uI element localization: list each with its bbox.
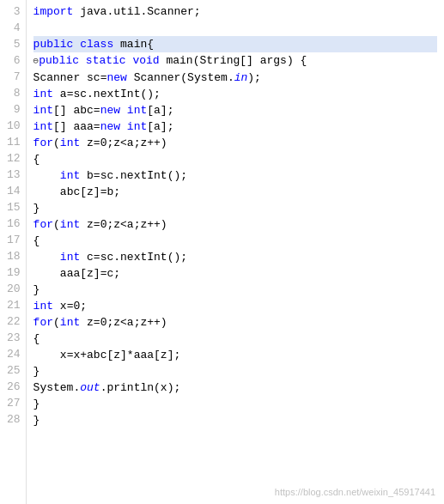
line-number: 23 bbox=[7, 330, 21, 346]
line-number: 20 bbox=[7, 281, 21, 297]
token: ; bbox=[194, 3, 201, 20]
token: void bbox=[132, 52, 166, 69]
token: ( bbox=[53, 135, 60, 151]
line-number: 10 bbox=[7, 118, 21, 134]
code-line: } bbox=[33, 396, 437, 412]
token: b=sc.nextInt(); bbox=[87, 167, 187, 184]
token: ⊖ bbox=[33, 53, 40, 70]
code-line: import java.util.Scanner; bbox=[33, 3, 437, 20]
code-lines: import java.util.Scanner; public class m… bbox=[27, 0, 444, 504]
token: abc[z]=b; bbox=[60, 184, 120, 200]
code-line: int c=sc.nextInt(); bbox=[33, 249, 437, 265]
token: abc= bbox=[73, 102, 100, 118]
code-line: public class main{ bbox=[33, 36, 437, 52]
line-number: 18 bbox=[7, 248, 21, 264]
token: z=0;z<a;z++) bbox=[87, 216, 167, 233]
line-number: 4 bbox=[7, 20, 21, 36]
line-number: 8 bbox=[7, 85, 21, 101]
token: main bbox=[120, 36, 147, 52]
line-number: 11 bbox=[7, 134, 21, 150]
token: z=0;z<a;z++) bbox=[87, 314, 167, 331]
code-line: { bbox=[33, 233, 437, 249]
token: static bbox=[86, 52, 133, 69]
token: class bbox=[80, 36, 120, 52]
token: int bbox=[33, 298, 60, 314]
token: [] bbox=[53, 102, 73, 118]
token: { bbox=[147, 36, 154, 52]
token: for bbox=[33, 314, 53, 331]
token: x=0; bbox=[60, 298, 87, 314]
token: = bbox=[100, 70, 107, 86]
code-line: } bbox=[33, 363, 437, 380]
line-number: 14 bbox=[7, 183, 21, 199]
line-number: 12 bbox=[7, 150, 21, 167]
token: import bbox=[33, 3, 81, 20]
token: int bbox=[60, 167, 87, 184]
token bbox=[33, 184, 60, 200]
token: Scanner bbox=[33, 70, 87, 86]
token: [a]; bbox=[147, 102, 173, 118]
token: a=sc.nextInt(); bbox=[60, 86, 161, 102]
watermark: https://blog.csdn.net/weixin_45917441 bbox=[275, 487, 435, 497]
code-area: 3456789101112131415161718192021222324252… bbox=[0, 0, 444, 504]
code-line: Scanner sc=new Scanner(System.in); bbox=[33, 70, 437, 86]
token: java.util.Scanner bbox=[80, 3, 194, 20]
token: sc bbox=[87, 70, 100, 86]
code-line: } bbox=[33, 282, 437, 298]
line-number: 17 bbox=[7, 232, 21, 248]
code-line: int b=sc.nextInt(); bbox=[33, 167, 437, 184]
code-line: System.out.println(x); bbox=[33, 380, 437, 396]
token: aaa[z]=c; bbox=[60, 265, 120, 282]
line-number: 13 bbox=[7, 167, 21, 183]
token: .println(x); bbox=[100, 380, 181, 396]
token bbox=[33, 347, 60, 363]
token: int bbox=[33, 118, 53, 135]
token: int bbox=[127, 118, 147, 135]
token: } bbox=[33, 282, 40, 298]
code-line: { bbox=[33, 151, 437, 167]
token: ); bbox=[247, 70, 261, 86]
token: c=sc.nextInt(); bbox=[87, 249, 187, 265]
line-number: 24 bbox=[7, 346, 21, 362]
token: new bbox=[100, 118, 127, 135]
line-number: 15 bbox=[7, 199, 21, 216]
token: { bbox=[33, 331, 40, 347]
token: for bbox=[33, 216, 53, 233]
line-number: 6 bbox=[7, 52, 21, 69]
code-line: for(int z=0;z<a;z++) bbox=[33, 216, 437, 233]
token: int bbox=[60, 249, 87, 265]
code-editor: 3456789101112131415161718192021222324252… bbox=[0, 0, 444, 504]
token: [] bbox=[53, 118, 73, 135]
token: ( bbox=[53, 216, 60, 233]
token: } bbox=[33, 396, 40, 412]
token: int bbox=[60, 314, 87, 331]
token: public bbox=[33, 36, 81, 52]
token: public bbox=[39, 52, 86, 69]
token: int bbox=[33, 86, 60, 102]
token bbox=[33, 167, 60, 184]
line-numbers: 3456789101112131415161718192021222324252… bbox=[0, 0, 27, 504]
code-line: } bbox=[33, 200, 437, 216]
token: } bbox=[33, 412, 40, 428]
token: x=x+abc[z]*aaa[z]; bbox=[60, 347, 180, 363]
token: in bbox=[234, 70, 248, 86]
line-number: 27 bbox=[7, 395, 21, 411]
code-line: for(int z=0;z<a;z++) bbox=[33, 314, 437, 331]
line-number: 5 bbox=[7, 36, 21, 52]
line-number: 28 bbox=[7, 411, 21, 428]
line-number: 21 bbox=[7, 297, 21, 313]
token: [] args) { bbox=[240, 52, 307, 69]
code-line: { bbox=[33, 331, 437, 347]
line-number: 22 bbox=[7, 313, 21, 330]
token: new bbox=[100, 102, 127, 118]
line-number: 19 bbox=[7, 264, 21, 281]
token: z=0;z<a;z++) bbox=[87, 135, 167, 151]
code-line: } bbox=[33, 412, 437, 428]
token: { bbox=[33, 151, 40, 167]
token: aaa= bbox=[73, 118, 100, 135]
token: System. bbox=[33, 380, 81, 396]
token: new bbox=[106, 70, 133, 86]
code-line bbox=[33, 20, 437, 36]
token: String bbox=[200, 52, 240, 69]
code-line: int[] abc=new int[a]; bbox=[33, 102, 437, 118]
